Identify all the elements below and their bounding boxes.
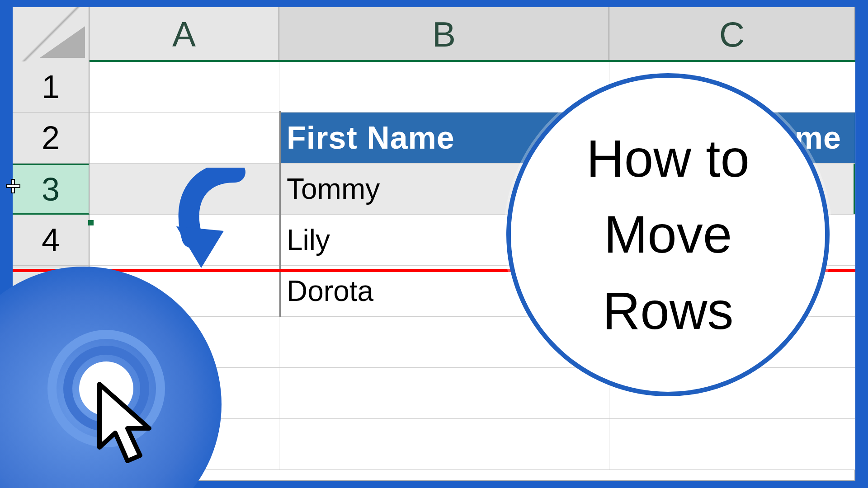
svg-marker-2 <box>176 226 224 268</box>
column-header-B[interactable]: B <box>279 7 609 61</box>
callout-line3: Rows <box>602 282 733 340</box>
cell-A2[interactable] <box>90 113 279 164</box>
cell-A1[interactable] <box>90 61 279 113</box>
table-left-border <box>279 111 281 317</box>
row-header-3[interactable]: 3 <box>13 164 90 215</box>
cell-B1[interactable] <box>279 61 609 113</box>
column-header-A[interactable]: A <box>90 7 279 61</box>
insert-cursor-icon <box>5 178 21 194</box>
row-header-2[interactable]: 2 <box>13 113 90 164</box>
cell-B7[interactable] <box>279 368 609 419</box>
cell-C8[interactable] <box>609 419 855 470</box>
column-header-C[interactable]: C <box>609 7 855 61</box>
callout-text: How to Move Rows <box>586 121 750 349</box>
svg-marker-3 <box>99 384 149 461</box>
fill-handle[interactable] <box>88 220 94 225</box>
selection-border-top <box>90 60 855 62</box>
select-all-corner[interactable] <box>13 7 90 61</box>
row-header-1[interactable]: 1 <box>13 61 90 113</box>
cursor-arrow-icon <box>90 380 163 470</box>
callout-line2: Move <box>604 205 732 264</box>
svg-rect-1 <box>6 185 20 188</box>
title-callout: How to Move Rows <box>506 73 830 396</box>
callout-line1: How to <box>586 129 750 188</box>
row-header-4[interactable]: 4 <box>13 215 90 266</box>
move-arrow-icon <box>167 168 267 269</box>
column-headers: A B C <box>13 7 855 61</box>
cell-B8[interactable] <box>279 419 609 470</box>
